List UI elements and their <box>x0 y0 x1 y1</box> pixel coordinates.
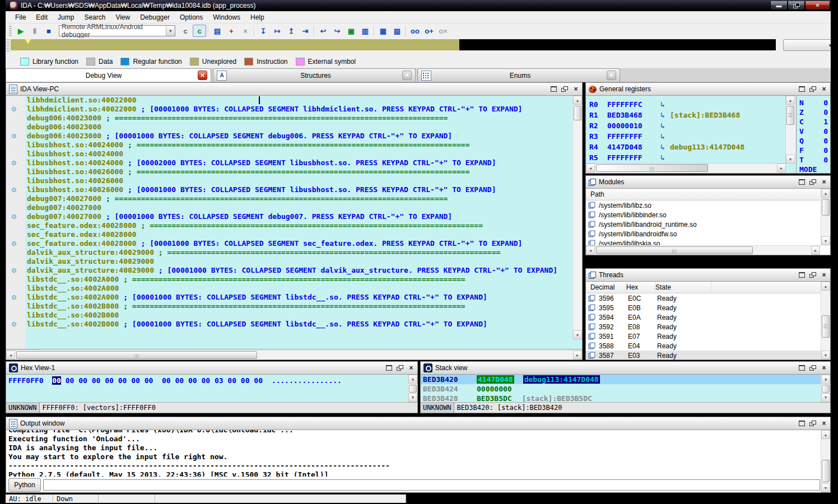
register-row[interactable]: R5FFFFFFFF↳ <box>589 152 796 163</box>
column-header-path[interactable]: Path <box>586 189 830 200</box>
disasm-line[interactable]: libusbhost.so:40024000 ; ===============… <box>6 141 582 150</box>
thread-row[interactable]: 3587E03Ready <box>586 351 830 360</box>
disasm-line[interactable]: sec_feature.odex:40028000 <box>6 230 582 239</box>
breakpointable-dot-icon[interactable] <box>12 241 16 246</box>
close-icon[interactable]: ✕ <box>198 71 207 80</box>
pause-process-icon[interactable]: Ⅱ <box>28 25 41 37</box>
breakpointable-dot-icon[interactable] <box>12 268 16 273</box>
disasm-line[interactable]: libusbhost.so:40026000 ; ===============… <box>6 167 582 176</box>
stop-process-icon[interactable]: ■ <box>42 25 55 37</box>
breakpoint-list-icon[interactable]: ▤ <box>211 25 224 37</box>
menu-item-jump[interactable]: Jump <box>53 12 79 22</box>
follow-arrow-icon[interactable]: ↳ <box>655 132 670 141</box>
register-row[interactable]: R3FFFFFFFF↳ <box>589 131 796 142</box>
disasm-line[interactable]: sec_feature.odex:40028000 ; [00001000 BY… <box>6 239 582 248</box>
float-button[interactable] <box>809 179 816 185</box>
maximize-button[interactable] <box>551 86 557 92</box>
close-button[interactable]: ✕ <box>805 1 830 10</box>
disasm-line[interactable]: debug007:40027000 ; ====================… <box>6 194 582 203</box>
flag-row[interactable]: Q0 <box>799 137 828 146</box>
maximize-button[interactable] <box>386 365 392 371</box>
breakpointable-dot-icon[interactable] <box>12 161 16 165</box>
follow-arrow-icon[interactable]: ↳ <box>655 143 670 151</box>
disasm-line[interactable]: libusbhost.so:40024000 <box>6 150 582 158</box>
refresh-memory-icon[interactable]: ▣ <box>344 25 358 37</box>
vertical-scrollbar[interactable]: ▲ ▼ <box>821 430 830 492</box>
delete-watch-icon[interactable]: o× <box>436 25 450 37</box>
maximize-button[interactable] <box>799 421 805 426</box>
menu-item-debugger[interactable]: Debugger <box>135 12 175 22</box>
hex-dump[interactable]: FFFF0FF0 00 00 00 00 00 00 00 00 00 00 0… <box>6 375 417 402</box>
maximize-button[interactable] <box>799 86 805 92</box>
thread-row[interactable]: 3596E0CReady <box>586 293 830 303</box>
disasm-line[interactable]: dalvik_aux_structure:40029000 <box>6 257 582 266</box>
close-button[interactable]: × <box>821 365 827 371</box>
close-button[interactable]: × <box>408 365 415 371</box>
disasm-line[interactable]: libstdc__.so:4002B000 ; ================… <box>6 302 582 311</box>
stack-row[interactable]: BED3B42400000000 <box>421 384 830 394</box>
debugger-window-icon[interactable]: ▥ <box>359 25 372 37</box>
thread-row[interactable]: 3588E04Ready <box>586 341 830 351</box>
flag-row[interactable]: V0 <box>799 127 828 137</box>
close-icon[interactable]: ✕ <box>402 71 412 80</box>
thread-row[interactable]: 3592E08Ready <box>586 322 830 332</box>
menu-item-windows[interactable]: Windows <box>208 12 245 22</box>
debugger-selector[interactable]: Remote ARMLinux/Android debugger ▼ <box>59 25 175 36</box>
disassembly-listing[interactable]: libhdmiclient.so:40022000libhdmiclient.s… <box>6 96 582 349</box>
step-over-icon[interactable]: ↦ <box>271 25 284 37</box>
register-row[interactable]: R44147D048↳debug113:4147D048 <box>589 142 796 152</box>
disasm-line[interactable]: libusbhost.so:40026000 <box>6 176 582 185</box>
disasm-line[interactable]: debug006:40023000 <box>6 123 582 132</box>
jump-back-icon[interactable]: ↩ <box>316 25 330 37</box>
restore-button[interactable] <box>788 1 805 10</box>
float-button[interactable] <box>397 365 403 371</box>
breakpointable-dot-icon[interactable] <box>12 134 16 138</box>
navigation-band-unloaded[interactable] <box>459 39 776 50</box>
navband-zoom-select[interactable]: ▼ <box>783 39 835 51</box>
float-button[interactable] <box>809 421 816 426</box>
minimize-button[interactable]: ▬ <box>770 1 788 10</box>
delete-breakpoint-icon[interactable]: × <box>239 25 252 37</box>
vertical-scrollbar[interactable]: ▲ ▼ <box>408 375 417 402</box>
step-into-icon[interactable]: ↧ <box>257 25 270 37</box>
maximize-button[interactable] <box>799 365 805 371</box>
breakpointable-dot-icon[interactable] <box>12 214 16 219</box>
horizontal-scrollbar[interactable]: ◄ ► ||| <box>6 350 582 360</box>
disasm-line[interactable]: libhdmiclient.so:40022000 <box>6 96 582 105</box>
edit-shortcuts-icon[interactable]: c <box>179 25 192 37</box>
follow-arrow-icon[interactable]: ↳ <box>655 122 670 130</box>
register-row[interactable]: R200000010↳ <box>589 120 796 131</box>
vertical-scrollbar[interactable]: ▲ ▼ ||| <box>821 282 830 360</box>
column-header-state[interactable]: State <box>655 282 711 293</box>
stack-row[interactable]: BED3B4204147D048debug113:4147D048 <box>421 375 830 384</box>
thread-list[interactable]: 3596E0CReady3595E0BReady3594E0AReady3592… <box>586 293 830 360</box>
add-breakpoint-icon[interactable]: + <box>225 25 238 37</box>
maximize-button[interactable] <box>799 272 805 278</box>
menu-item-help[interactable]: Help <box>245 12 269 22</box>
disasm-line[interactable]: libhdmiclient.so:40022000 ; [00001000 BY… <box>6 105 582 114</box>
navigation-band[interactable] <box>11 39 459 50</box>
run-to-cursor-icon[interactable]: ⇥ <box>299 25 312 37</box>
close-icon[interactable]: ✕ <box>607 71 616 80</box>
horizontal-scrollbar[interactable]: ◄ ► ||| <box>586 245 820 255</box>
thread-row[interactable]: 3591E07Ready <box>586 332 830 341</box>
thread-row[interactable]: 3595E0BReady <box>586 303 830 312</box>
disasm-line[interactable]: sec_feature.odex:40028000 ; ============… <box>6 221 582 230</box>
stack-list[interactable]: BED3B4204147D048debug113:4147D048BED3B42… <box>421 375 830 402</box>
menu-item-options[interactable]: Options <box>175 12 208 22</box>
python-cli-button[interactable]: Python <box>8 478 41 492</box>
follow-arrow-icon[interactable]: ↳ <box>655 111 670 119</box>
stack-row[interactable]: BED3B428BED3B5DC[stack]:BED3B5DC <box>421 394 830 402</box>
module-list[interactable]: /system/lib/libz.so/system/lib/libbinder… <box>586 200 830 248</box>
horizontal-scrollbar[interactable]: ◄ ► ||| <box>586 163 786 173</box>
disasm-line[interactable]: debug006:40023000 ; [00001000 BYTES: COL… <box>6 132 582 141</box>
disasm-line[interactable]: debug006:40023000 ; ====================… <box>6 114 582 123</box>
navband-drag-handle[interactable] <box>6 39 10 53</box>
window-list-icon[interactable]: ▧ <box>390 25 404 37</box>
column-header-decimal[interactable]: Decimal <box>586 282 626 293</box>
disasm-line[interactable]: debug007:40027000 ; [00001000 BYTES: COL… <box>6 212 582 221</box>
open-subview-icon[interactable]: ▦ <box>376 25 390 37</box>
menu-item-view[interactable]: View <box>110 12 135 22</box>
vertical-scrollbar[interactable]: ▲ ▼ <box>572 96 582 339</box>
menu-item-search[interactable]: Search <box>79 12 110 22</box>
